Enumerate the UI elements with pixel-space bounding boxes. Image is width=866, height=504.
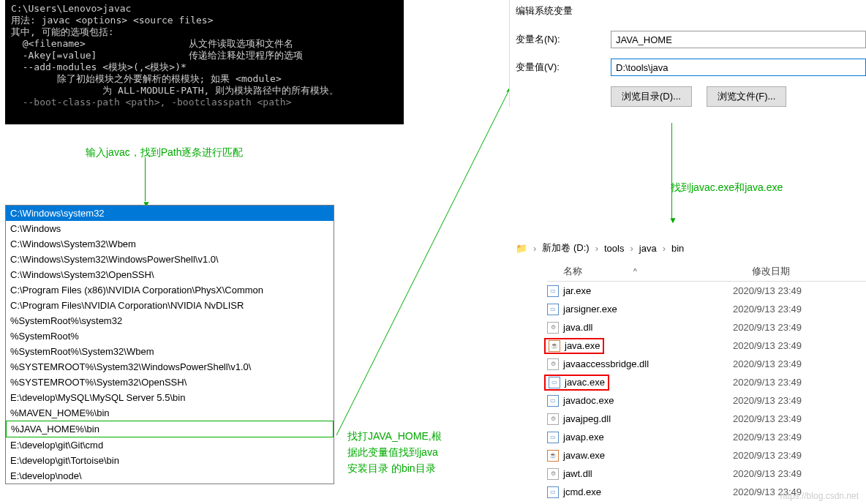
var-name-label: 变量名(N): <box>516 33 611 46</box>
file-row[interactable]: ▭jar.exe2020/9/13 23:49 <box>547 282 866 300</box>
file-name-label: javac.exe <box>565 377 605 388</box>
exe-file-icon: ▭ <box>547 432 559 443</box>
java-file-icon: ☕ <box>549 340 560 352</box>
path-item[interactable]: C:\Windows\system32 <box>6 206 334 221</box>
path-item[interactable]: %SYSTEMROOT%\System32\OpenSSH\ <box>6 375 334 390</box>
breadcrumb-bin[interactable]: bin <box>671 243 684 254</box>
file-name-label: java.exe <box>565 340 600 351</box>
file-date-label: 2020/9/13 23:49 <box>733 322 802 333</box>
file-date-label: 2020/9/13 23:49 <box>733 285 802 296</box>
file-row[interactable]: ⚙jawt.dll2020/9/13 23:49 <box>547 464 866 483</box>
path-item[interactable]: %SystemRoot% <box>6 328 334 344</box>
column-date[interactable]: 修改日期 <box>752 265 866 278</box>
file-row[interactable]: ▭javap.exe2020/9/13 23:49 <box>547 428 866 446</box>
path-item[interactable]: %SYSTEMROOT%\System32\WindowsPowerShell\… <box>6 359 334 375</box>
breadcrumb-tools[interactable]: tools <box>604 243 624 254</box>
file-row[interactable]: ▭javac.exe2020/9/13 23:49 <box>547 373 866 391</box>
chevron-right-icon: › <box>663 243 666 254</box>
path-item[interactable]: C:\Program Files (x86)\NVIDIA Corporatio… <box>6 282 334 298</box>
file-date-label: 2020/9/13 23:49 <box>733 432 802 443</box>
file-name-label: jawt.dll <box>563 468 592 479</box>
env-variable-dialog: 编辑系统变量 变量名(N): 变量值(V): 浏览目录(D)... 浏览文件(F… <box>509 0 866 107</box>
file-date-label: 2020/9/13 23:49 <box>733 468 802 479</box>
file-row[interactable]: ⚙java.dll2020/9/13 23:49 <box>547 318 866 336</box>
file-name-label: java.dll <box>563 322 592 333</box>
breadcrumb-drive[interactable]: 新加卷 (D:) <box>542 241 589 255</box>
dll-file-icon: ⚙ <box>547 413 559 425</box>
file-date-label: 2020/9/13 23:49 <box>733 450 802 461</box>
file-date-label: 2020/9/13 23:49 <box>733 304 802 315</box>
path-item[interactable]: E:\develop\git\Tortoise\bin <box>6 453 334 468</box>
file-name-label: jarsigner.exe <box>563 304 617 315</box>
file-name-label: javap.exe <box>563 432 604 443</box>
var-name-input[interactable] <box>611 31 866 48</box>
breadcrumb-java[interactable]: java <box>639 243 657 254</box>
exe-file-icon: ▭ <box>547 285 559 297</box>
path-item[interactable]: C:\Windows\System32\WindowsPowerShell\v1… <box>6 252 334 267</box>
file-name-label: javaw.exe <box>563 450 605 461</box>
chevron-right-icon: › <box>533 243 536 254</box>
arrow-head-3: ▼ <box>669 215 677 225</box>
watermark: https://blog.csdn.net <box>780 491 859 501</box>
file-name-label: jcmd.exe <box>563 486 601 497</box>
path-item[interactable]: %SystemRoot%\system32 <box>6 313 334 328</box>
file-date-label: 2020/9/13 23:49 <box>733 377 802 388</box>
path-item[interactable]: %MAVEN_HOME%\bin <box>6 405 334 421</box>
dll-file-icon: ⚙ <box>547 322 559 334</box>
path-item[interactable]: C:\Program Files\NVIDIA Corporation\NVID… <box>6 298 334 313</box>
path-item[interactable]: %SystemRoot%\System32\Wbem <box>6 344 334 359</box>
file-row[interactable]: ⚙javaaccessbridge.dll2020/9/13 23:49 <box>547 355 866 373</box>
browse-dir-button[interactable]: 浏览目录(D)... <box>611 86 692 107</box>
breadcrumb[interactable]: 📁 › 新加卷 (D:) › tools › java › bin <box>516 241 684 255</box>
file-row[interactable]: ☕javaw.exe2020/9/13 23:49 <box>547 446 866 464</box>
chevron-right-icon: › <box>595 243 598 254</box>
arrow-down-1 <box>145 157 146 201</box>
file-row[interactable]: ▭javadoc.exe2020/9/13 23:49 <box>547 391 866 410</box>
var-value-label: 变量值(V): <box>516 61 611 74</box>
path-item[interactable]: C:\Windows <box>6 221 334 236</box>
file-name-label: jar.exe <box>563 285 591 296</box>
java-file-icon: ☕ <box>547 450 559 462</box>
path-item[interactable]: E:\develop\MySQL\MySQL Server 5.5\bin <box>6 390 334 405</box>
dll-file-icon: ⚙ <box>547 358 559 370</box>
annotation-find-exe: 找到javac.exe和java.exe <box>671 181 783 195</box>
terminal-output: C:\Users\Lenovo>javac 用法: javac <options… <box>5 0 404 124</box>
file-row[interactable]: ⚙javajpeg.dll2020/9/13 23:49 <box>547 410 866 428</box>
drive-icon: 📁 <box>516 243 527 254</box>
dll-file-icon: ⚙ <box>547 468 559 480</box>
dialog-title: 编辑系统变量 <box>516 4 866 18</box>
exe-file-icon: ▭ <box>547 304 559 315</box>
exe-file-icon: ▭ <box>549 377 560 388</box>
file-date-label: 2020/9/13 23:49 <box>733 340 802 351</box>
file-row[interactable]: ☕java.exe2020/9/13 23:49 <box>547 336 866 355</box>
path-list[interactable]: C:\Windows\system32C:\WindowsC:\Windows\… <box>5 205 334 484</box>
file-date-label: 2020/9/13 23:49 <box>733 395 802 406</box>
explorer-header[interactable]: 名称^ 修改日期 <box>547 262 866 282</box>
file-name-label: javaaccessbridge.dll <box>563 358 649 369</box>
file-row[interactable]: ▭jarsigner.exe2020/9/13 23:49 <box>547 300 866 318</box>
var-value-input[interactable] <box>611 59 866 76</box>
annotation-java-home: 找打JAVA_HOME,根 据此变量值找到java 安装目录 的bin目录 <box>347 428 442 476</box>
file-name-label: javadoc.exe <box>563 395 614 406</box>
path-item[interactable]: %JAVA_HOME%\bin <box>6 421 334 437</box>
path-item[interactable]: C:\Windows\System32\Wbem <box>6 236 334 252</box>
file-explorer: 名称^ 修改日期 ▭jar.exe2020/9/13 23:49▭jarsign… <box>547 262 866 504</box>
svg-line-0 <box>336 84 512 435</box>
path-item[interactable]: C:\Windows\System32\OpenSSH\ <box>6 267 334 282</box>
file-name-label: javajpeg.dll <box>563 413 611 424</box>
exe-file-icon: ▭ <box>547 395 559 407</box>
column-name[interactable]: 名称^ <box>547 265 752 278</box>
file-date-label: 2020/9/13 23:49 <box>733 413 802 424</box>
sort-caret-icon: ^ <box>633 268 637 276</box>
exe-file-icon: ▭ <box>547 486 559 498</box>
arrow-down-3 <box>671 123 672 218</box>
file-date-label: 2020/9/13 23:49 <box>733 358 802 369</box>
browse-file-button[interactable]: 浏览文件(F)... <box>707 86 786 107</box>
chevron-right-icon: › <box>630 243 633 254</box>
path-item[interactable]: E:\develop\node\ <box>6 468 334 484</box>
file-row[interactable]: ▭jconsole.exe2020/9/13 23:49 <box>547 501 866 504</box>
annotation-input-javac: 输入javac，找到Path逐条进行匹配 <box>86 146 243 159</box>
path-item[interactable]: E:\develop\git\Git\cmd <box>6 437 334 453</box>
